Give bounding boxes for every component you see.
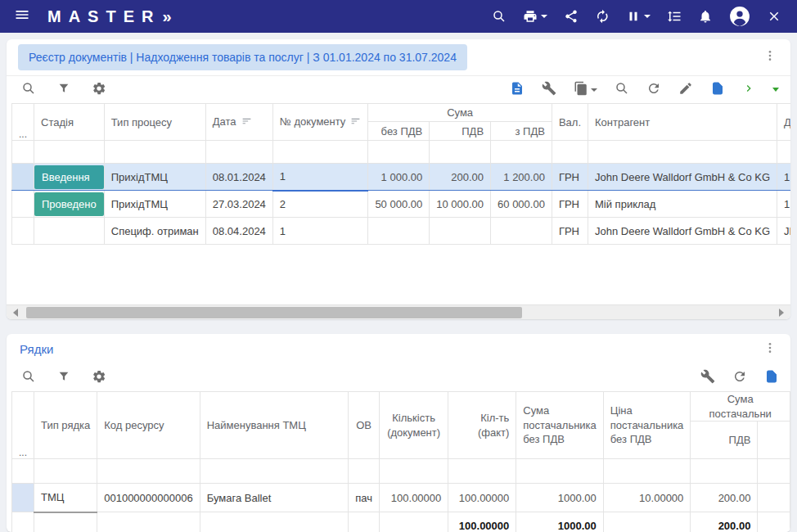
share-button[interactable] bbox=[558, 2, 584, 30]
no-vat-cell[interactable] bbox=[368, 218, 430, 245]
column-group-sum[interactable]: Сума bbox=[368, 104, 552, 122]
column-header-docnum[interactable]: № документу bbox=[272, 104, 368, 141]
filter-cell[interactable] bbox=[272, 141, 368, 164]
contractor-cell[interactable]: Мій приклад bbox=[588, 191, 777, 218]
docnum-cell[interactable]: 2 bbox=[272, 191, 368, 218]
column-header-no-vat[interactable]: без ПДВ bbox=[368, 122, 430, 141]
table-filter-button[interactable] bbox=[57, 82, 70, 98]
document-row[interactable]: Введення ПрихідТМЦ 08.01.2024 1 1 000.00… bbox=[12, 164, 791, 191]
row-gutter[interactable] bbox=[12, 218, 34, 245]
currency-cell[interactable]: ГРН bbox=[552, 164, 588, 191]
notifications-button[interactable] bbox=[692, 2, 718, 30]
column-header-uom[interactable]: ОВ bbox=[349, 392, 380, 459]
open-document-button[interactable] bbox=[510, 81, 525, 99]
scroll-right-arrow-icon[interactable] bbox=[779, 309, 784, 317]
item-row[interactable]: ТМЦ 001000000000006 Бумага Ballet пач 10… bbox=[12, 484, 790, 512]
column-header-supplier-sum[interactable]: Сума постачальника без ПДВ bbox=[516, 392, 604, 459]
refresh-button[interactable] bbox=[646, 81, 661, 99]
process-cell[interactable]: Специф. отриман bbox=[104, 218, 205, 245]
with-vat-cell[interactable] bbox=[491, 218, 552, 245]
rows-tools-button[interactable] bbox=[700, 369, 715, 387]
row-gutter[interactable] bbox=[12, 164, 34, 191]
row-type-cell[interactable]: ТМЦ bbox=[34, 484, 97, 512]
docnum-cell[interactable]: 1 bbox=[272, 218, 368, 245]
document-row[interactable]: Проведено ПрихідТМЦ 27.03.2024 2 50 000.… bbox=[12, 191, 791, 218]
stage-cell[interactable]: Проведено bbox=[34, 191, 105, 218]
print-menu-button[interactable] bbox=[517, 2, 553, 30]
rows-settings-button[interactable] bbox=[92, 369, 106, 387]
table-settings-button[interactable] bbox=[92, 81, 106, 99]
line-spacing-button[interactable] bbox=[661, 2, 687, 30]
column-header-name[interactable]: Найменування ТМЦ bbox=[200, 392, 349, 459]
date-cell[interactable]: 08.04.2024 bbox=[205, 218, 272, 245]
column-header-vat[interactable]: ПДВ bbox=[430, 122, 491, 141]
filter-cell[interactable] bbox=[12, 141, 34, 164]
column-header-resource-code[interactable]: Код ресурсу bbox=[97, 392, 200, 459]
column-group-supplier-sum[interactable]: Сума постачальни bbox=[691, 392, 790, 422]
filter-cell[interactable] bbox=[691, 459, 758, 484]
filter-cell[interactable] bbox=[758, 459, 790, 484]
sync-button[interactable] bbox=[589, 2, 615, 30]
extra-cell[interactable] bbox=[758, 484, 790, 512]
expand-menu-button[interactable] bbox=[772, 88, 779, 92]
scroll-left-arrow-icon[interactable] bbox=[13, 309, 18, 317]
column-header-currency[interactable]: Вал. bbox=[552, 104, 588, 141]
name-cell[interactable]: Бумага Ballet bbox=[200, 484, 349, 512]
column-header-stage[interactable]: Стадія bbox=[34, 104, 105, 141]
rows-new-row-button[interactable] bbox=[764, 369, 779, 387]
filter-cell[interactable] bbox=[777, 141, 790, 164]
row-gutter[interactable] bbox=[12, 191, 34, 218]
stage-cell[interactable] bbox=[34, 218, 105, 245]
column-header-extra[interactable] bbox=[758, 422, 790, 459]
filter-cell[interactable] bbox=[448, 459, 516, 484]
docnum-cell[interactable]: 1 bbox=[272, 164, 368, 191]
filter-cell[interactable] bbox=[588, 141, 777, 164]
copy-menu-button[interactable] bbox=[574, 81, 597, 99]
table-search-button[interactable] bbox=[21, 81, 36, 99]
column-header-sub-vat[interactable]: ПДВ bbox=[691, 422, 758, 459]
filter-cell[interactable] bbox=[104, 141, 205, 164]
rows-refresh-button[interactable] bbox=[732, 369, 747, 387]
filter-cell[interactable] bbox=[34, 459, 97, 484]
new-document-button[interactable] bbox=[710, 81, 725, 99]
date-cell[interactable]: 27.03.2024 bbox=[205, 191, 272, 218]
column-header-row-type[interactable]: Тип рядка bbox=[34, 392, 97, 459]
document-row[interactable]: Специф. отриман 08.04.2024 1 ГРН John De… bbox=[12, 218, 791, 245]
currency-cell[interactable]: ГРН bbox=[552, 191, 588, 218]
process-cell[interactable]: ПрихідТМЦ bbox=[104, 164, 205, 191]
contractor-cell[interactable]: John Deere Walldorf GmbH & Co KG bbox=[588, 218, 777, 245]
column-header-contractor[interactable]: Контрагент bbox=[588, 104, 777, 141]
contract-cell[interactable]: 1 bbox=[777, 191, 790, 218]
app-logo[interactable]: MASTER » bbox=[47, 7, 172, 26]
contract-cell[interactable]: 1 bbox=[777, 164, 790, 191]
column-header-date[interactable]: Дата bbox=[205, 104, 272, 141]
hamburger-menu-button[interactable] bbox=[8, 2, 36, 30]
qty-doc-cell[interactable]: 100.00000 bbox=[379, 484, 448, 512]
filter-cell[interactable] bbox=[379, 459, 448, 484]
column-header-supplier-price[interactable]: Ціна постачальника без ПДВ bbox=[603, 392, 691, 459]
register-menu-button[interactable] bbox=[758, 45, 782, 70]
rows-search-button[interactable] bbox=[21, 369, 36, 387]
filter-cell[interactable] bbox=[205, 141, 272, 164]
gutter-header[interactable]: ... bbox=[12, 104, 34, 141]
currency-cell[interactable]: ГРН bbox=[552, 218, 588, 245]
resource-code-cell[interactable]: 001000000000006 bbox=[97, 484, 200, 512]
edit-button[interactable] bbox=[678, 81, 693, 99]
vat-cell[interactable]: 200.00 bbox=[430, 164, 491, 191]
column-header-with-vat[interactable]: з ПДВ bbox=[491, 122, 552, 141]
column-header-qty-fact[interactable]: Кіл-ть (факт) bbox=[448, 392, 516, 459]
with-vat-cell[interactable]: 1 200.00 bbox=[491, 164, 552, 191]
filter-cell[interactable] bbox=[491, 141, 552, 164]
filter-cell[interactable] bbox=[349, 459, 380, 484]
no-vat-cell[interactable]: 1 000.00 bbox=[368, 164, 430, 191]
uom-cell[interactable]: пач bbox=[349, 484, 380, 512]
scrollbar-thumb[interactable] bbox=[26, 307, 522, 318]
filter-cell[interactable] bbox=[430, 141, 491, 164]
vat-cell[interactable] bbox=[430, 218, 491, 245]
pause-menu-button[interactable] bbox=[620, 2, 656, 30]
price-no-vat-cell[interactable]: 10.00000 bbox=[603, 484, 691, 512]
vat-cell[interactable]: 200.00 bbox=[691, 484, 758, 512]
filter-cell[interactable] bbox=[34, 141, 105, 164]
contract-cell[interactable]: JD-D-UA bbox=[777, 218, 790, 245]
find-button[interactable] bbox=[615, 81, 629, 99]
